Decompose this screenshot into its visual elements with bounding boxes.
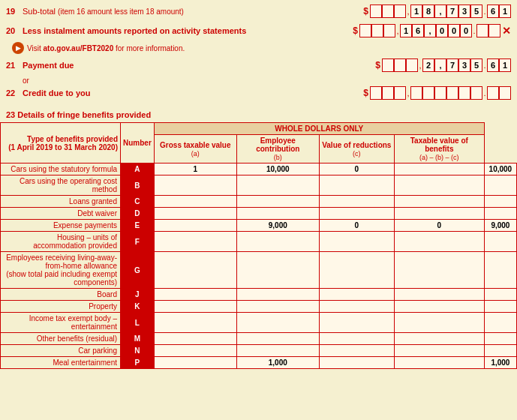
row-gross-cell[interactable]: 10,000 — [236, 164, 319, 176]
row-employee-cell[interactable] — [319, 208, 394, 220]
row-employee-cell[interactable] — [319, 345, 394, 357]
row-label-cell: Cars using the operating cost method — [1, 176, 121, 196]
row-gross-cell[interactable] — [236, 289, 319, 301]
row-23-num: 23 — [6, 110, 15, 119]
box[interactable]: 8 — [422, 4, 434, 18]
box[interactable]: , — [434, 4, 446, 18]
row-number-cell[interactable] — [154, 289, 236, 301]
row-number-cell[interactable] — [154, 357, 236, 369]
row-reductions-cell[interactable] — [394, 232, 484, 252]
row-20-label: Less instalment amounts reported on acti… — [23, 26, 347, 35]
table-row: Car parkingN — [1, 345, 517, 357]
row-reductions-cell[interactable] — [394, 289, 484, 301]
row-employee-cell[interactable] — [319, 333, 394, 345]
row-number-cell[interactable] — [154, 220, 236, 232]
row-gross-cell[interactable] — [236, 232, 319, 252]
row-letter-cell: J — [121, 289, 155, 301]
row-label-cell: Income tax exempt body – entertainment — [1, 313, 121, 333]
row-employee-cell[interactable] — [319, 252, 394, 289]
row-gross-cell[interactable] — [236, 196, 319, 208]
row-number-cell[interactable] — [154, 333, 236, 345]
row-reductions-cell[interactable] — [394, 333, 484, 345]
row-label-cell: Cars using the statutory formula — [1, 164, 121, 176]
row-label-cell: Meal entertainment — [1, 357, 121, 369]
box[interactable] — [394, 4, 406, 18]
row-reductions-cell[interactable] — [394, 313, 484, 333]
box[interactable]: 7 — [446, 4, 458, 18]
row-reductions-cell[interactable] — [394, 164, 484, 176]
row-taxable-cell[interactable]: 1,000 — [484, 357, 516, 369]
row-number-cell[interactable]: 1 — [154, 164, 236, 176]
row-letter-cell: F — [121, 232, 155, 252]
row-taxable-cell[interactable]: 10,000 — [484, 164, 516, 176]
box[interactable]: 1 — [499, 4, 511, 18]
row-taxable-cell[interactable]: 9,000 — [484, 220, 516, 232]
box[interactable]: 1 — [410, 4, 422, 18]
row-reductions-cell[interactable] — [394, 176, 484, 196]
row-number-cell[interactable] — [154, 232, 236, 252]
box[interactable]: 5 — [470, 4, 482, 18]
section-23-header: 23 Details of fringe benefits provided — [0, 109, 517, 121]
row-19-num: 19 — [6, 7, 23, 16]
row-21: 21 Payment due $ , 2 , 7 3 5 — [6, 57, 511, 74]
row-gross-cell[interactable] — [236, 208, 319, 220]
table-row: PropertyK — [1, 301, 517, 313]
row-taxable-cell[interactable] — [484, 333, 516, 345]
row-gross-cell[interactable] — [236, 301, 319, 313]
row-taxable-cell[interactable] — [484, 289, 516, 301]
row-letter-cell: D — [121, 208, 155, 220]
row-employee-cell[interactable] — [319, 357, 394, 369]
row-taxable-cell[interactable] — [484, 301, 516, 313]
row-employee-cell[interactable] — [319, 313, 394, 333]
row-reductions-cell[interactable] — [394, 345, 484, 357]
row-taxable-cell[interactable] — [484, 345, 516, 357]
row-letter-cell: M — [121, 333, 155, 345]
row-number-cell[interactable] — [154, 196, 236, 208]
col-gross-header: Gross taxable value (a) — [154, 135, 236, 164]
row-reductions-cell[interactable] — [394, 208, 484, 220]
box[interactable] — [382, 4, 394, 18]
row-reductions-cell[interactable] — [394, 357, 484, 369]
row-employee-cell[interactable] — [319, 176, 394, 196]
row-employee-cell[interactable] — [319, 232, 394, 252]
row-employee-cell[interactable] — [319, 196, 394, 208]
row-label-cell: Expense payments — [1, 220, 121, 232]
row-gross-cell[interactable] — [236, 313, 319, 333]
row-reductions-cell[interactable] — [394, 301, 484, 313]
row-gross-cell[interactable] — [236, 252, 319, 289]
row-number-cell[interactable] — [154, 345, 236, 357]
row-employee-cell[interactable]: 0 — [319, 220, 394, 232]
row-reductions-cell[interactable] — [394, 196, 484, 208]
form-container: 19 Sub-total (item 16 amount less item 1… — [0, 0, 517, 369]
box[interactable]: 6 — [487, 4, 499, 18]
row-gross-cell[interactable] — [236, 345, 319, 357]
arrow-icon: ▶ — [12, 42, 24, 54]
row-22-num: 22 — [6, 88, 23, 98]
row-taxable-cell[interactable] — [484, 196, 516, 208]
row-number-cell[interactable] — [154, 208, 236, 220]
row-20-subnote: ▶ Visit ato.gov.au/FBT2020 for more info… — [12, 42, 511, 54]
row-22-dollar: $ , . — [363, 86, 511, 100]
row-taxable-cell[interactable] — [484, 176, 516, 196]
row-reductions-cell[interactable]: 0 — [394, 220, 484, 232]
table-row: Other benefits (residual)M — [1, 333, 517, 345]
row-number-cell[interactable] — [154, 301, 236, 313]
row-employee-cell[interactable] — [319, 289, 394, 301]
row-gross-cell[interactable]: 1,000 — [236, 357, 319, 369]
row-gross-cell[interactable] — [236, 176, 319, 196]
row-19: 19 Sub-total (item 16 amount less item 1… — [6, 3, 511, 20]
row-number-cell[interactable] — [154, 176, 236, 196]
box[interactable]: 3 — [458, 4, 470, 18]
row-taxable-cell[interactable] — [484, 313, 516, 333]
row-number-cell[interactable] — [154, 252, 236, 289]
row-number-cell[interactable] — [154, 313, 236, 333]
row-taxable-cell[interactable] — [484, 208, 516, 220]
row-taxable-cell[interactable] — [484, 232, 516, 252]
row-employee-cell[interactable]: 0 — [319, 164, 394, 176]
row-employee-cell[interactable] — [319, 301, 394, 313]
row-taxable-cell[interactable] — [484, 252, 516, 289]
row-gross-cell[interactable]: 9,000 — [236, 220, 319, 232]
row-gross-cell[interactable] — [236, 333, 319, 345]
box[interactable] — [370, 4, 382, 18]
row-reductions-cell[interactable] — [394, 252, 484, 289]
